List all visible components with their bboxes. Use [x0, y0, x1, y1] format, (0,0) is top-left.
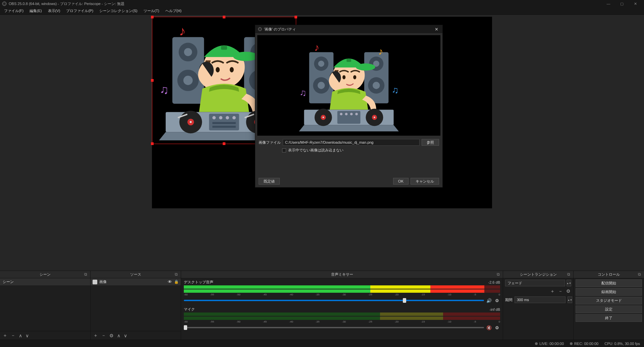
popout-icon[interactable]: ⧉: [638, 272, 643, 277]
source-item[interactable]: 画像 👁 🔒: [91, 278, 181, 285]
resize-handle-bl[interactable]: [151, 142, 154, 145]
sources-dock: ソース ⧉ 画像 👁 🔒 ＋ － ⚙ ∧ ∨: [91, 271, 181, 340]
menu-view[interactable]: 表示(V): [45, 8, 63, 14]
transition-add-button[interactable]: ＋: [550, 288, 555, 294]
level-meter: [184, 289, 500, 293]
resize-handle-tm[interactable]: [223, 16, 225, 18]
maximize-button[interactable]: ▢: [615, 0, 629, 7]
source-label: 画像: [99, 279, 107, 284]
menu-edit[interactable]: 編集(E): [27, 8, 45, 14]
file-label: 画像ファイル: [259, 140, 281, 145]
unload-checkbox-label: 表示中でない画像は読み込まない: [288, 148, 343, 153]
rec-dot-icon: [570, 342, 573, 345]
transition-select[interactable]: フェード: [505, 280, 565, 286]
svg-point-71: [345, 113, 348, 116]
scene-down-button[interactable]: ∨: [25, 333, 29, 338]
browse-button[interactable]: 参照: [422, 139, 439, 146]
menu-help[interactable]: ヘルプ(H): [163, 8, 184, 14]
status-rec: REC: 00:00:00: [570, 342, 598, 346]
volume-slider[interactable]: [184, 300, 484, 301]
meter-scale: -60-55-50-45-40-35-30-25-20-15-10-50: [184, 320, 500, 323]
scene-item[interactable]: シーン: [0, 278, 90, 285]
transition-remove-button[interactable]: －: [558, 288, 563, 294]
duration-input[interactable]: [515, 296, 566, 303]
unload-when-hidden-checkbox[interactable]: [282, 148, 286, 152]
svg-point-6: [183, 76, 193, 85]
scene-remove-button[interactable]: －: [11, 333, 15, 339]
popout-icon[interactable]: ⧉: [84, 272, 89, 277]
source-up-button[interactable]: ∧: [117, 333, 120, 338]
image-properties-dialog: '画像' のプロパティ ✕ ♪ ♪ ♫ ♫: [255, 25, 443, 188]
statusbar: LIVE: 00:00:00 REC: 00:00:00 CPU: 0.8%, …: [0, 340, 644, 347]
menu-tools[interactable]: ツール(T): [141, 8, 162, 14]
gear-icon[interactable]: ⚙: [494, 325, 500, 331]
popout-icon[interactable]: ⧉: [175, 272, 179, 277]
close-button[interactable]: ✕: [629, 0, 642, 7]
menu-profile[interactable]: プロファイル(P): [63, 8, 96, 14]
svg-text:♫: ♫: [160, 83, 169, 96]
popout-icon[interactable]: ⧉: [567, 272, 572, 277]
svg-point-58: [342, 75, 345, 79]
dialog-titlebar[interactable]: '画像' のプロパティ ✕: [255, 25, 442, 33]
minimize-button[interactable]: —: [602, 0, 615, 7]
svg-point-36: [232, 116, 236, 119]
dialog-close-button[interactable]: ✕: [433, 27, 440, 32]
cancel-button[interactable]: キャンセル: [411, 178, 439, 185]
resize-handle-bm[interactable]: [223, 142, 225, 145]
source-down-button[interactable]: ∨: [124, 333, 127, 338]
duration-label: 期間: [505, 297, 513, 302]
obs-logo-icon: [2, 1, 7, 6]
transition-settings-button[interactable]: ⚙: [566, 288, 571, 294]
status-live: LIVE: 00:00:00: [535, 342, 564, 346]
meter-scale: -60-55-50-45-40-35-30-25-20-15-10-50: [184, 293, 500, 296]
scene-add-button[interactable]: ＋: [3, 333, 7, 339]
speaker-icon[interactable]: 🔊: [486, 297, 492, 303]
ok-button[interactable]: OK: [393, 178, 409, 185]
svg-point-34: [219, 116, 222, 119]
duration-stepper[interactable]: ▲▼: [568, 296, 572, 303]
transition-updown[interactable]: ▲▼: [567, 280, 571, 286]
scene-up-button[interactable]: ∧: [19, 333, 22, 338]
window-titlebar: OBS 25.0.8 (64-bit, windows) - プロファイル: P…: [0, 0, 644, 7]
source-remove-button[interactable]: －: [101, 333, 106, 339]
studio-mode-button[interactable]: スタジオモード: [576, 297, 642, 304]
volume-slider[interactable]: [184, 327, 484, 328]
svg-point-65: [322, 117, 324, 118]
speaker-muted-icon[interactable]: 🔇: [486, 325, 492, 331]
defaults-button[interactable]: 既定値: [259, 178, 280, 185]
controls-title: コントロール: [598, 272, 620, 277]
svg-rect-37: [212, 122, 236, 124]
dialog-preview: ♪ ♪ ♫ ♫: [257, 35, 440, 136]
resize-handle-ml[interactable]: [151, 79, 154, 82]
level-meter: [184, 317, 500, 320]
image-source-icon: [93, 280, 97, 284]
sources-title: ソース: [130, 272, 141, 277]
popout-icon[interactable]: ⧉: [497, 272, 501, 277]
source-settings-button[interactable]: ⚙: [109, 333, 114, 338]
dialog-title: '画像' のプロパティ: [264, 27, 296, 32]
settings-button[interactable]: 設定: [576, 305, 642, 313]
resize-handle-tl[interactable]: [151, 16, 154, 18]
gear-icon[interactable]: ⚙: [494, 297, 500, 303]
menu-file[interactable]: ファイル(F): [1, 8, 26, 14]
file-path-input[interactable]: [283, 139, 420, 146]
exit-button[interactable]: 終了: [576, 314, 642, 322]
track-db: -inf dB: [489, 307, 500, 311]
mixer-dock: 音声ミキサー ⧉ デスクトップ音声 -2.6 dB -60-55-50-45-4…: [181, 271, 503, 340]
resize-handle-tr[interactable]: [294, 16, 297, 18]
dock-row: シーン ⧉ シーン ＋ － ∧ ∨ ソース ⧉ 画像 👁 🔒 ＋: [0, 271, 644, 340]
svg-point-68: [374, 117, 375, 118]
menu-scene-collection[interactable]: シーンコレクション(S): [97, 8, 140, 14]
source-add-button[interactable]: ＋: [93, 333, 98, 339]
svg-point-72: [350, 113, 353, 116]
start-recording-button[interactable]: 録画開始: [576, 288, 642, 296]
lock-icon[interactable]: 🔒: [174, 280, 179, 284]
transitions-title: シーントランジション: [520, 272, 557, 277]
svg-text:♫: ♫: [391, 85, 398, 95]
start-streaming-button[interactable]: 配信開始: [576, 279, 642, 287]
level-meter: [184, 313, 500, 316]
scenes-title: シーン: [40, 272, 51, 277]
track-db: -2.6 dB: [488, 280, 500, 284]
visibility-icon[interactable]: 👁: [168, 279, 172, 284]
window-title: OBS 25.0.8 (64-bit, windows) - プロファイル: P…: [9, 1, 602, 6]
